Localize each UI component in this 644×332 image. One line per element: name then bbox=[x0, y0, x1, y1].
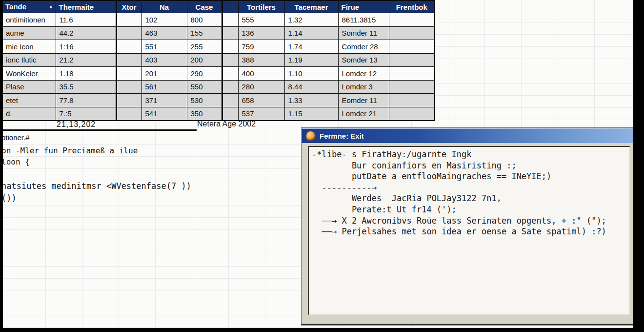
window-titlebar[interactable]: Fermne: Exit bbox=[302, 128, 634, 143]
cell[interactable]: 44.2 bbox=[56, 26, 116, 40]
cell[interactable]: Lomder 3 bbox=[338, 80, 389, 94]
column-header[interactable]: Tacemaer bbox=[284, 0, 338, 13]
cell[interactable]: 658 bbox=[238, 94, 284, 107]
cell[interactable]: 1.32 bbox=[284, 13, 338, 27]
table-row: Plase35.55615502808.44Lomder 3 bbox=[2, 80, 435, 94]
cell[interactable]: 550 bbox=[187, 80, 222, 94]
cell[interactable]: 35.5 bbox=[56, 80, 116, 94]
cell[interactable]: Plase bbox=[2, 80, 56, 94]
cell[interactable]: 77.8 bbox=[56, 94, 116, 107]
cell[interactable]: 541 bbox=[141, 107, 187, 121]
cell[interactable]: etet bbox=[2, 94, 56, 107]
cell[interactable]: 280 bbox=[238, 80, 284, 94]
column-header[interactable]: Firue bbox=[338, 0, 389, 13]
cell[interactable] bbox=[116, 80, 141, 94]
cell[interactable]: 555 bbox=[238, 13, 284, 27]
cell[interactable]: 1:16 bbox=[56, 40, 116, 54]
cell[interactable]: 403 bbox=[141, 53, 187, 67]
cell[interactable] bbox=[116, 94, 141, 107]
cell[interactable] bbox=[222, 40, 238, 54]
cell[interactable]: 8611.3815 bbox=[338, 13, 389, 27]
cell[interactable]: Somder 11 bbox=[338, 26, 389, 40]
table-body: ontimitionen11.61028005551.328611.3815au… bbox=[2, 13, 435, 121]
cell[interactable] bbox=[389, 40, 435, 54]
cell[interactable]: 201 bbox=[141, 67, 187, 81]
note-cell[interactable]: Netera Age 2002 bbox=[197, 120, 256, 128]
cell[interactable] bbox=[222, 107, 238, 121]
cell[interactable]: 537 bbox=[238, 107, 284, 121]
cell[interactable]: Comder 28 bbox=[338, 40, 389, 54]
cell[interactable]: 8.44 bbox=[284, 80, 338, 94]
cell[interactable] bbox=[222, 67, 238, 81]
cell[interactable]: 759 bbox=[238, 40, 284, 54]
cell[interactable]: 1.18 bbox=[56, 67, 116, 81]
cell[interactable] bbox=[389, 53, 435, 67]
cell[interactable] bbox=[389, 26, 435, 40]
cell[interactable]: ionc Ilutic bbox=[2, 53, 56, 67]
cell[interactable]: 561 bbox=[141, 80, 187, 94]
cell[interactable]: aume bbox=[2, 26, 56, 40]
cell[interactable] bbox=[222, 94, 238, 107]
cell[interactable]: Lomder 12 bbox=[338, 67, 389, 81]
cell[interactable] bbox=[222, 80, 238, 94]
table-row: ionc Ilutic21.24032003881.19Somder 13 bbox=[2, 53, 435, 67]
column-header[interactable]: Xtor bbox=[116, 0, 141, 13]
cell[interactable]: 1.74 bbox=[284, 40, 338, 54]
cell[interactable]: 155 bbox=[187, 26, 222, 40]
cell[interactable]: 1.10 bbox=[284, 67, 338, 81]
cell[interactable] bbox=[389, 107, 435, 121]
column-header[interactable] bbox=[222, 0, 238, 13]
cell[interactable]: Somder 13 bbox=[338, 53, 389, 67]
column-header[interactable]: Na bbox=[141, 0, 187, 13]
cell[interactable] bbox=[116, 53, 141, 67]
cell[interactable] bbox=[389, 13, 435, 27]
column-header[interactable]: Frentbok bbox=[389, 0, 435, 13]
cell[interactable]: 800 bbox=[187, 13, 222, 27]
cell[interactable]: 11.6 bbox=[56, 13, 116, 27]
cell[interactable]: 530 bbox=[187, 94, 222, 107]
cell[interactable]: ontimitionen bbox=[2, 13, 56, 27]
column-header[interactable]: Case bbox=[187, 0, 222, 13]
console-area[interactable]: -*libe- s FiratHay:/ugarnte Ingk Bur con… bbox=[308, 146, 630, 315]
cell[interactable] bbox=[222, 53, 238, 67]
cell[interactable]: 1.19 bbox=[284, 53, 338, 67]
cell[interactable]: 1.14 bbox=[284, 26, 338, 40]
cell[interactable]: Lomder 21 bbox=[338, 107, 389, 121]
cell[interactable] bbox=[389, 67, 435, 81]
cell[interactable] bbox=[389, 80, 435, 94]
cell[interactable]: 290 bbox=[187, 67, 222, 81]
cell[interactable]: 255 bbox=[187, 40, 222, 54]
cell[interactable]: 1.33 bbox=[284, 94, 338, 107]
cell[interactable] bbox=[116, 40, 141, 54]
cell[interactable]: mie Icon bbox=[2, 40, 56, 54]
cell[interactable]: 21.2 bbox=[56, 53, 116, 67]
column-header[interactable]: Tortilers bbox=[238, 0, 284, 13]
cell[interactable]: 371 bbox=[141, 94, 187, 107]
cell[interactable] bbox=[116, 107, 141, 121]
cell[interactable]: 200 bbox=[187, 53, 222, 67]
cell[interactable]: 350 bbox=[187, 107, 222, 121]
sort-arrow-icon: ▸ bbox=[50, 2, 52, 11]
cell[interactable]: 388 bbox=[238, 53, 284, 67]
column-header[interactable]: Tande▸ bbox=[2, 0, 56, 13]
cell[interactable] bbox=[222, 26, 238, 40]
cell[interactable]: d. bbox=[2, 107, 56, 121]
cell[interactable] bbox=[116, 26, 141, 40]
cell[interactable]: 551 bbox=[141, 40, 187, 54]
cell[interactable]: WonKeler bbox=[2, 67, 56, 81]
cell[interactable]: Eomder 11 bbox=[338, 94, 389, 107]
cell[interactable] bbox=[116, 67, 141, 81]
cell[interactable]: 1.15 bbox=[284, 107, 338, 121]
window-title: Fermne: Exit bbox=[320, 132, 364, 140]
date-cell[interactable]: 21,13,202 bbox=[57, 120, 96, 129]
cell[interactable] bbox=[116, 13, 141, 27]
cell[interactable]: 400 bbox=[238, 67, 284, 81]
cell[interactable] bbox=[222, 13, 238, 27]
cell[interactable]: 136 bbox=[238, 26, 284, 40]
app-icon[interactable] bbox=[306, 131, 316, 141]
cell[interactable] bbox=[389, 94, 435, 107]
cell[interactable]: 102 bbox=[141, 13, 187, 27]
cell[interactable]: 7.:5 bbox=[56, 107, 116, 121]
column-header[interactable]: Thermaite bbox=[56, 0, 116, 13]
cell[interactable]: 463 bbox=[141, 26, 187, 40]
